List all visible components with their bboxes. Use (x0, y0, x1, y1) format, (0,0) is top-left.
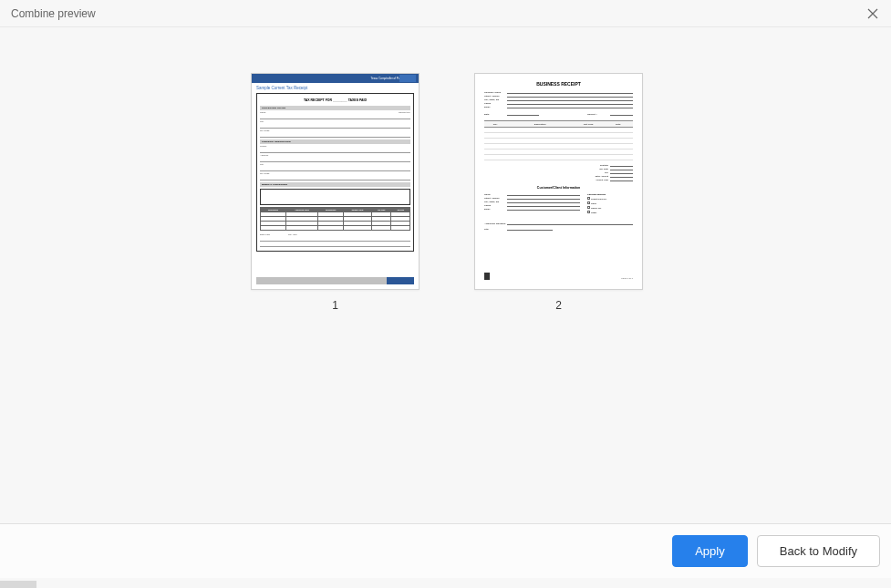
doc1-lbl-owner: Owner (260, 145, 410, 148)
doc2-table: QTY Description Unit Price Total (484, 120, 633, 160)
doc2-th: QTY (484, 121, 506, 128)
doc2-title-lbl: Title (484, 228, 507, 231)
doc1-sec3: MINERAL PROPERTIES (260, 182, 410, 187)
doc2-total-lbl: Tax Rate (599, 168, 608, 170)
back-to-modify-button[interactable]: Back to Modify (757, 535, 880, 567)
doc2-clbl: Name (484, 193, 507, 196)
doc2-pm-header: Payment Method (587, 193, 633, 196)
doc2-clbl: City, State, Zip (484, 201, 507, 203)
doc2-lbl: Phone (484, 102, 507, 105)
preview-area: Texas Comptroller of Public Accounts Sam… (0, 27, 891, 522)
doc2-pm: Other (591, 211, 596, 214)
doc2-totals: Subtotal Tax Rate Tax Total Amount Amoun… (475, 164, 642, 181)
doc2-total-lbl: Tax (605, 171, 608, 174)
doc1-lbl-datepaid: Date Paid (260, 233, 270, 236)
doc2-pm: Check No. (591, 207, 602, 210)
doc1-footer (256, 277, 414, 284)
doc2-title: BUSINESS RECEIPT (475, 74, 642, 90)
doc2-lbl-receiptno: Receipt # (587, 113, 610, 116)
doc2-pagenum: Page 1 of 1 (621, 277, 633, 280)
page-preview-2: BUSINESS RECEIPT Company Name Street Add… (474, 73, 643, 290)
doc1-subtitle: Sample Current Tax Receipt (252, 83, 419, 93)
doc1-sec1: COLLECTING OFFICE (260, 106, 410, 110)
doc1-lbl-taxyear: Tax Year (288, 233, 297, 236)
titlebar: Combine preview (0, 0, 891, 27)
page-number-1: 1 (332, 299, 338, 312)
doc2-pm: Cash (591, 202, 596, 205)
doc1-header: Texas Comptroller of Public Accounts (252, 74, 419, 83)
doc2-signature: Authorized Signature Title (475, 222, 642, 231)
doc2-lbl: Company Name (484, 91, 507, 94)
doc2-total-lbl: Total Amount (596, 175, 608, 178)
doc2-sig-lbl: Authorized Signature (484, 222, 507, 225)
doc2-customer-header: Customer/Client Information (475, 186, 642, 190)
doc1-form: TAX RECEIPT FOR ________ TAXES PAID COLL… (256, 93, 414, 252)
page-thumb-1[interactable]: Texas Comptroller of Public Accounts Sam… (251, 73, 420, 522)
doc2-lbl-date: Date (484, 113, 507, 116)
doc2-clbl: Email (484, 208, 507, 211)
doc2-lbl: Street Address (484, 95, 507, 98)
doc2-th: Total (603, 121, 633, 128)
doc1-form-title: TAX RECEIPT FOR ________ TAXES PAID (260, 97, 410, 104)
page-thumb-2[interactable]: BUSINESS RECEIPT Company Name Street Add… (474, 73, 643, 522)
doc2-th: Description (506, 121, 573, 128)
doc2-company-section: Company Name Street Address City, State,… (475, 91, 642, 117)
status-strip (0, 581, 36, 588)
window-title: Combine preview (11, 7, 96, 20)
doc1-sec2: PROPERTY DESCRIPTION (260, 139, 410, 144)
doc2-clbl: Phone (484, 204, 507, 207)
doc2-icon (484, 273, 490, 280)
doc2-lbl: City, State, Zip (484, 98, 507, 101)
doc1-lbl-addr: Address (260, 154, 410, 157)
doc2-th: Unit Price (574, 121, 604, 128)
doc1-lbl-office: Office (260, 111, 265, 114)
doc2-customer-section: Name Street Address City, State, Zip Pho… (475, 192, 642, 215)
doc2-total-lbl: Subtotal (600, 164, 608, 167)
page-number-2: 2 (555, 299, 562, 312)
doc1-lbl-zip2: ZIP Code (260, 172, 410, 175)
doc2-clbl: Street Address (484, 197, 507, 200)
footer-bar: Apply Back to Modify (0, 523, 891, 578)
doc2-total-lbl: Amount Paid (596, 179, 608, 181)
doc1-mineral-box (260, 189, 410, 205)
doc1-logo (399, 75, 416, 82)
doc1-lbl-receipt: Receipt No. (399, 111, 410, 114)
doc2-pm: Credit Card No. (591, 198, 606, 201)
doc1-lbl-zip: ZIP Code (260, 129, 410, 132)
page-preview-1: Texas Comptroller of Public Accounts Sam… (251, 73, 420, 290)
close-icon[interactable] (865, 6, 880, 21)
doc1-table: Jurisdiction Appraised Value Exemptions … (260, 207, 410, 231)
doc2-lbl: Email (484, 106, 507, 108)
doc1-lbl-city2: City (260, 163, 410, 166)
doc1-lbl-city: City (260, 120, 410, 123)
apply-button[interactable]: Apply (672, 535, 748, 567)
